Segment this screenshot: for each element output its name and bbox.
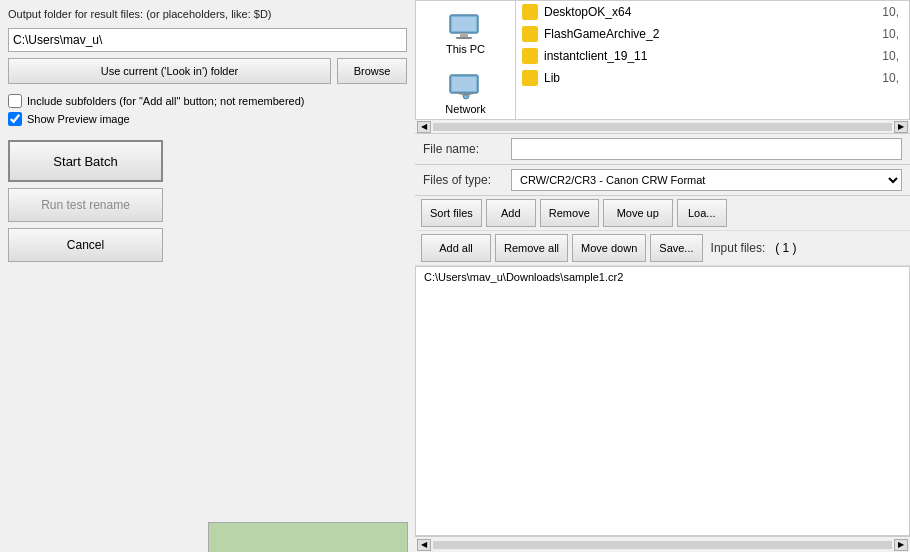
file-size: 10, bbox=[882, 71, 899, 85]
include-subfolders-label: Include subfolders (for "Add all" button… bbox=[27, 95, 304, 107]
include-subfolders-checkbox[interactable] bbox=[8, 94, 22, 108]
file-name-row: File name: bbox=[415, 134, 910, 165]
bottom-action-row: Start Batch Run test rename Cancel bbox=[8, 132, 407, 262]
folder-icon bbox=[522, 4, 538, 20]
file-name: DesktopOK_x64 bbox=[544, 5, 876, 19]
file-browser-top: This PC Network bbox=[415, 0, 910, 120]
output-folder-input[interactable]: C:\Users\mav_u\ bbox=[8, 28, 407, 52]
file-size: 10, bbox=[882, 5, 899, 19]
left-panel: Output folder for result files: (or plac… bbox=[0, 0, 415, 552]
file-row[interactable]: instantclient_19_11 10, bbox=[516, 45, 909, 67]
scroll-right-btn[interactable]: ▶ bbox=[894, 121, 908, 133]
input-files-count: ( 1 ) bbox=[775, 241, 796, 255]
folder-icon bbox=[522, 48, 538, 64]
run-test-button[interactable]: Run test rename bbox=[8, 188, 163, 222]
file-name: FlashGameArchive_2 bbox=[544, 27, 876, 41]
show-preview-row: Show Preview image bbox=[8, 112, 407, 126]
places-panel: This PC Network bbox=[416, 1, 516, 119]
file-name-label: File name: bbox=[423, 142, 503, 156]
file-row[interactable]: Lib 10, bbox=[516, 67, 909, 89]
file-type-row: Files of type: CRW/CR2/CR3 - Canon CRW F… bbox=[415, 165, 910, 196]
output-folder-label: Output folder for result files: (or plac… bbox=[8, 8, 407, 20]
file-row[interactable]: FlashGameArchive_2 10, bbox=[516, 23, 909, 45]
svg-rect-27 bbox=[452, 77, 476, 91]
preview-image bbox=[208, 522, 408, 552]
bottom-scroll-right-btn[interactable]: ▶ bbox=[894, 539, 908, 551]
file-size: 10, bbox=[882, 27, 899, 41]
move-down-button[interactable]: Move down bbox=[572, 234, 646, 262]
svg-rect-23 bbox=[452, 17, 476, 31]
start-batch-button[interactable]: Start Batch bbox=[8, 140, 163, 182]
files-of-type-label: Files of type: bbox=[423, 173, 503, 187]
scroll-left-btn[interactable]: ◀ bbox=[417, 121, 431, 133]
browse-button[interactable]: Browse bbox=[337, 58, 407, 84]
show-preview-checkbox[interactable] bbox=[8, 112, 22, 126]
file-name: instantclient_19_11 bbox=[544, 49, 876, 63]
right-panel: This PC Network bbox=[415, 0, 910, 552]
network-icon bbox=[446, 71, 486, 103]
action-buttons: Start Batch Run test rename Cancel bbox=[8, 140, 163, 262]
folder-icon bbox=[522, 70, 538, 86]
files-of-type-select[interactable]: CRW/CR2/CR3 - Canon CRW Format bbox=[511, 169, 902, 191]
add-button[interactable]: Add bbox=[486, 199, 536, 227]
sort-add-row: Sort files Add Remove Move up Loa... bbox=[415, 196, 910, 231]
input-file-row-0[interactable]: C:\Users\mav_u\Downloads\sample1.cr2 bbox=[420, 269, 905, 285]
load-button[interactable]: Loa... bbox=[677, 199, 727, 227]
computer-icon bbox=[446, 11, 486, 43]
svg-rect-0 bbox=[209, 523, 408, 552]
include-subfolders-row: Include subfolders (for "Add all" button… bbox=[8, 94, 407, 108]
checkboxes: Include subfolders (for "Add all" button… bbox=[8, 94, 407, 126]
folder-buttons: Use current ('Look in') folder Browse bbox=[8, 58, 407, 84]
remove-all-button[interactable]: Remove all bbox=[495, 234, 568, 262]
bottom-scroll-left-btn[interactable]: ◀ bbox=[417, 539, 431, 551]
bottom-scrollbar[interactable]: ◀ ▶ bbox=[415, 536, 910, 552]
horizontal-scrollbar[interactable]: ◀ ▶ bbox=[415, 120, 910, 134]
files-list: DesktopOK_x64 10, FlashGameArchive_2 10,… bbox=[516, 1, 909, 119]
show-preview-label: Show Preview image bbox=[27, 113, 130, 125]
this-pc-item[interactable]: This PC bbox=[442, 7, 490, 59]
bottom-scroll-track[interactable] bbox=[433, 541, 892, 549]
svg-rect-25 bbox=[456, 37, 472, 39]
scroll-track[interactable] bbox=[433, 123, 892, 131]
network-label: Network bbox=[445, 103, 485, 115]
file-name-field[interactable] bbox=[511, 138, 902, 160]
use-current-button[interactable]: Use current ('Look in') folder bbox=[8, 58, 331, 84]
sort-files-button[interactable]: Sort files bbox=[421, 199, 482, 227]
network-item[interactable]: Network bbox=[441, 67, 489, 119]
this-pc-label: This PC bbox=[446, 43, 485, 55]
remove-button[interactable]: Remove bbox=[540, 199, 599, 227]
move-up-button[interactable]: Move up bbox=[603, 199, 673, 227]
input-file-path-0: C:\Users\mav_u\Downloads\sample1.cr2 bbox=[424, 271, 623, 283]
add-remove-row: Add all Remove all Move down Save... Inp… bbox=[415, 231, 910, 266]
folder-icon bbox=[522, 26, 538, 42]
file-row[interactable]: DesktopOK_x64 10, bbox=[516, 1, 909, 23]
file-size: 10, bbox=[882, 49, 899, 63]
svg-rect-24 bbox=[460, 33, 468, 37]
input-files-label: Input files: bbox=[711, 241, 766, 255]
input-files-list: C:\Users\mav_u\Downloads\sample1.cr2 bbox=[415, 266, 910, 536]
save-button[interactable]: Save... bbox=[650, 234, 702, 262]
file-name: Lib bbox=[544, 71, 876, 85]
add-all-button[interactable]: Add all bbox=[421, 234, 491, 262]
cancel-button[interactable]: Cancel bbox=[8, 228, 163, 262]
